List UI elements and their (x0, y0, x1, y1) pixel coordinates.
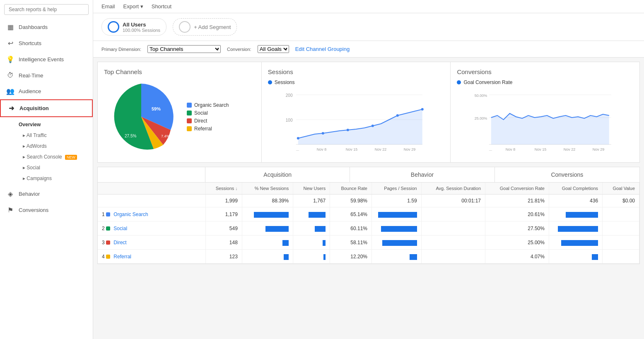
svg-text:Nov 22: Nov 22 (564, 147, 576, 151)
nav-sub-campaigns[interactable]: ▸ Campaigns (14, 173, 93, 184)
sidebar-item-acquisition[interactable]: ➜ Acquisition (0, 99, 93, 117)
conversions-chart: 50.00% 25.00% ... Nov 8 Nov 15 Nov 22 No… (457, 89, 633, 155)
channel-cell-2: 2 Social (98, 221, 205, 236)
totals-label (98, 195, 205, 207)
channel-cell-4: 4 Referral (98, 250, 205, 264)
email-link[interactable]: Email (101, 3, 115, 10)
bounce-1: 65.14% (330, 207, 372, 221)
top-channels-panel: Top Channels 59% 27.5% 7.4% (98, 62, 262, 162)
audience-icon: 👥 (6, 87, 14, 95)
referral-link[interactable]: Referral (113, 254, 131, 260)
conversions-dot (457, 80, 461, 84)
goal-bar-1 (549, 207, 602, 221)
totals-row: 1,999 88.39% 1,767 59.98% 1.59 00:01:17 … (98, 195, 639, 207)
add-segment-button[interactable]: + Add Segment (173, 18, 237, 36)
table-header-row: Sessions ↓ % New Sessions New Users Boun… (98, 183, 639, 195)
goal-conv-4: 4.07% (485, 250, 549, 264)
organic-search-link[interactable]: Organic Search (113, 212, 148, 217)
segments-bar: All Users 100.00% Sessions + Add Segment (93, 13, 644, 41)
sessions-legend: Sessions (268, 79, 444, 85)
th-bounce-rate[interactable]: Bounce Rate (330, 183, 372, 195)
conversions-panel: Conversions Goal Conversion Rate 50.00% … (451, 62, 639, 162)
all-users-segment[interactable]: All Users 100.00% Sessions (101, 18, 166, 36)
new-users-2 (293, 221, 330, 236)
nav-sub-overview[interactable]: Overview (14, 119, 93, 130)
avg-1 (421, 207, 485, 221)
pct-new-2 (242, 221, 293, 236)
legend-social: Social (187, 110, 229, 116)
nav-sub-social[interactable]: ▸ Social (14, 162, 93, 173)
svg-text:Nov 22: Nov 22 (375, 147, 387, 151)
all-goals-select[interactable]: All Goals (258, 45, 289, 53)
bounce-bar-2 (371, 221, 421, 236)
legend-direct: Direct (187, 118, 229, 124)
nav-sub-searchconsole[interactable]: ▸ Search Console NEW (14, 151, 93, 162)
main-content: Email Export ▾ Shortcut All Users 100.00… (93, 0, 644, 339)
pct-new-4 (242, 250, 293, 264)
sidebar-item-realtime[interactable]: ⏱ Real-Time (0, 67, 93, 83)
segment-name: All Users (123, 22, 160, 28)
nav-sub-adwords[interactable]: ▸ AdWords (14, 141, 93, 151)
svg-text:...: ... (296, 147, 299, 151)
th-goal-completions[interactable]: Goal Completions (549, 183, 602, 195)
svg-point-13 (421, 108, 424, 111)
th-pct-new-sessions[interactable]: % New Sessions (242, 183, 293, 195)
totals-new-users: 1,767 (293, 195, 330, 207)
svg-point-9 (322, 132, 324, 135)
data-table: Sessions ↓ % New Sessions New Users Boun… (98, 183, 639, 264)
th-goal-conversion[interactable]: Goal Conversion Rate (485, 183, 549, 195)
pie-container: 59% 27.5% 7.4% Organic Search Social (104, 79, 255, 154)
behavior-icon: ◈ (6, 190, 14, 198)
all-goals-select-wrapper: All Goals (258, 45, 289, 53)
export-link[interactable]: Export ▾ (123, 3, 143, 10)
sidebar-item-conversions[interactable]: ⚑ Conversions (0, 202, 93, 218)
sidebar-item-behavior[interactable]: ◈ Behavior (0, 186, 93, 202)
social-color-dot (106, 226, 110, 231)
sessions-panel: Sessions Sessions 200 100 (262, 62, 451, 162)
conversion-label: Conversion: (227, 47, 251, 52)
th-pages-session[interactable]: Pages / Session (371, 183, 421, 195)
goal-val-3 (603, 236, 639, 250)
charts-row: Top Channels 59% 27.5% 7.4% (97, 62, 640, 163)
svg-point-8 (297, 137, 299, 139)
bounce-4: 12.20% (330, 250, 372, 264)
sidebar-item-audience[interactable]: 👥 Audience (0, 83, 93, 99)
acquisition-icon: ➜ (7, 104, 15, 112)
totals-goal-conv: 21.81% (485, 195, 549, 207)
table-row: 2 Social 549 60.11% 27.50% (98, 221, 639, 236)
th-avg-session[interactable]: Avg. Session Duration (421, 183, 485, 195)
svg-text:...: ... (489, 147, 492, 151)
direct-link[interactable]: Direct (113, 240, 126, 245)
sidebar-item-intelligence[interactable]: 💡 Intelligence Events (0, 51, 93, 67)
goal-val-2 (603, 221, 639, 236)
rank-2: 2 (102, 226, 106, 231)
th-new-users[interactable]: New Users (293, 183, 330, 195)
sidebar-item-dashboards[interactable]: ▦ Dashboards (0, 19, 93, 35)
goal-conv-3: 25.00% (485, 236, 549, 250)
top-channels-select[interactable]: Top Channels Default Channel Grouping (147, 45, 221, 53)
svg-point-12 (396, 114, 399, 117)
th-goal-value[interactable]: Goal Value (603, 183, 639, 195)
goal-conv-1: 20.61% (485, 207, 549, 221)
th-sessions[interactable]: Sessions ↓ (205, 183, 242, 195)
section-headers: Acquisition Behavior Conversions (98, 167, 639, 183)
table-row: 4 Referral 123 12.20% 4.07% (98, 250, 639, 264)
goal-bar-3 (549, 236, 602, 250)
shortcut-link[interactable]: Shortcut (152, 3, 171, 10)
nav-sub-alltraffic[interactable]: ▸ All Traffic (14, 130, 93, 141)
social-link[interactable]: Social (113, 226, 127, 231)
bounce-bar-1 (371, 207, 421, 221)
svg-text:Nov 8: Nov 8 (506, 147, 516, 151)
direct-color-dot (106, 240, 110, 245)
search-input[interactable] (4, 4, 89, 15)
sidebar-item-shortcuts[interactable]: ↩ Shortcuts (0, 35, 93, 51)
intelligence-icon: 💡 (6, 55, 14, 63)
edit-channel-grouping-link[interactable]: Edit Channel Grouping (295, 46, 350, 52)
data-table-section: Acquisition Behavior Conversions Session… (97, 167, 640, 264)
organic-color-dot (106, 212, 110, 216)
totals-pct-new: 88.39% (242, 195, 293, 207)
goal-bar-4 (549, 250, 602, 264)
avg-4 (421, 250, 485, 264)
totals-goal-value: $0.00 (603, 195, 639, 207)
svg-text:Nov 8: Nov 8 (317, 147, 327, 151)
